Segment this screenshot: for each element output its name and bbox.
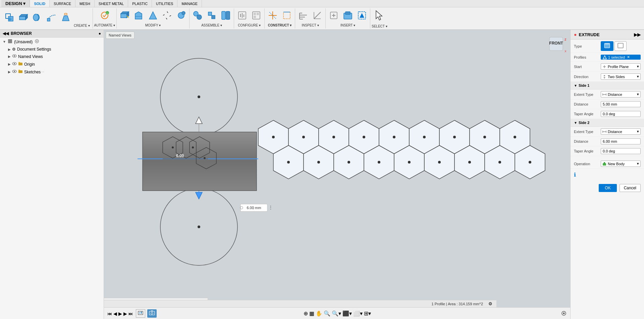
assemble-tool3[interactable] xyxy=(219,10,232,23)
type-surface-btn[interactable] xyxy=(614,41,627,51)
sketches-label: Sketches xyxy=(24,70,41,74)
select-label[interactable]: SELECT ▾ xyxy=(372,24,387,28)
view-orbit-btn[interactable]: ⊕ xyxy=(304,310,308,317)
named-views-panel[interactable]: Named Views xyxy=(106,31,135,39)
modify-tool5[interactable] xyxy=(174,10,188,23)
timeline-btn[interactable] xyxy=(136,309,145,318)
view-display-btn[interactable]: ⬛▾ xyxy=(342,310,352,317)
browser-item-doc-settings[interactable]: ▶ ⚙ Document Settings xyxy=(0,46,104,53)
modify-tool2[interactable] xyxy=(132,10,146,23)
info-icon[interactable]: ℹ xyxy=(574,172,576,178)
play-prev-start[interactable]: ⏮ xyxy=(107,311,112,316)
configure-tool1[interactable] xyxy=(235,10,249,23)
tab-utilities[interactable]: UTILITIES xyxy=(152,0,177,7)
operation-dropdown[interactable]: New Body ▾ xyxy=(601,161,641,167)
info-settings-btn[interactable]: ⚙ xyxy=(488,301,492,306)
modify-label[interactable]: MODIFY ▾ xyxy=(145,23,161,27)
start-dropdown[interactable]: Profile Plane ▾ xyxy=(601,63,641,70)
extrude-tool[interactable] xyxy=(17,12,30,25)
settings-btn[interactable] xyxy=(561,310,567,317)
create-label[interactable]: CREATE ▾ xyxy=(74,24,90,27)
automate-label[interactable]: AUTOMATE ▾ xyxy=(94,23,115,27)
extrude-collapse-icon[interactable]: ▶▶ xyxy=(634,32,641,37)
view-zoom-btn[interactable]: 🔍 xyxy=(324,310,330,317)
inspect-tool1[interactable] xyxy=(297,10,310,23)
direction-dropdown[interactable]: Two Sides ▾ xyxy=(601,73,641,80)
svg-rect-4 xyxy=(19,16,25,20)
browser-collapse-btn[interactable]: ◀◀ xyxy=(3,31,9,36)
sweep-tool[interactable] xyxy=(45,12,58,25)
side1-section-header[interactable]: ▼ Side 1 xyxy=(571,82,644,89)
view-fit-btn[interactable]: ▦ xyxy=(309,310,314,317)
assemble-tool1[interactable] xyxy=(191,10,204,23)
browser-item-named-views[interactable]: ▶ Named Views xyxy=(0,53,104,60)
sketches-folder-icon xyxy=(18,69,23,75)
configure-group: CONFIGURE ▾ xyxy=(234,8,265,28)
side1-distance-input[interactable] xyxy=(601,101,641,107)
construct-tool1[interactable] xyxy=(266,10,279,23)
construct-tool2[interactable] xyxy=(280,10,293,23)
view-grid-btn[interactable]: ⊞▾ xyxy=(364,310,371,317)
ok-button[interactable]: OK xyxy=(599,184,616,192)
extrude-info-row: ℹ xyxy=(571,169,644,181)
tab-solid[interactable]: SOLID xyxy=(30,0,50,7)
side2-section-header[interactable]: ▼ Side 2 xyxy=(571,119,644,127)
insert-tool2[interactable] xyxy=(341,10,355,23)
play-next[interactable]: ▶ xyxy=(123,311,127,316)
unsaved-settings-icon[interactable] xyxy=(35,39,39,45)
side1-taper-input[interactable] xyxy=(601,111,641,117)
profiles-selected-badge[interactable]: 1 selected ✕ xyxy=(601,55,641,60)
side1-extent-value: Distance xyxy=(608,92,622,97)
modify-tool1[interactable] xyxy=(118,10,131,23)
side1-extent-dropdown[interactable]: Distance ▾ xyxy=(601,91,641,98)
assemble-tool2[interactable] xyxy=(205,10,218,23)
play-prev[interactable]: ◀ xyxy=(113,311,117,316)
cancel-button[interactable]: Cancel xyxy=(620,184,641,192)
camera-btn[interactable] xyxy=(147,309,157,318)
browser-item-origin[interactable]: ▶ Origin xyxy=(0,60,104,68)
move-tool[interactable] xyxy=(160,10,174,23)
construct-label[interactable]: CONSTRUCT ▾ xyxy=(268,23,292,27)
profiles-clear-icon[interactable]: ✕ xyxy=(627,55,630,59)
tab-plastic[interactable]: PLASTIC xyxy=(128,0,152,7)
type-solid-btn[interactable] xyxy=(601,41,613,51)
side2-extent-value: Distance xyxy=(608,130,622,134)
revolve-tool[interactable] xyxy=(31,12,44,25)
configure-tool2[interactable] xyxy=(250,10,263,23)
configure-label[interactable]: CONFIGURE ▾ xyxy=(238,23,261,27)
play[interactable]: ▶ xyxy=(118,311,122,316)
select-tool[interactable] xyxy=(372,9,387,24)
browser-item-unsaved[interactable]: ▼ (Unsaved) xyxy=(0,38,104,46)
svg-rect-59 xyxy=(345,12,350,14)
svg-rect-1 xyxy=(8,16,13,21)
inspect-tool2[interactable] xyxy=(311,10,324,23)
play-next-end[interactable]: ⏭ xyxy=(128,311,133,316)
svg-text:FRONT: FRONT xyxy=(549,41,563,46)
view-zoom-dd-btn[interactable]: 🔍▾ xyxy=(332,310,341,317)
insert-tool3[interactable] xyxy=(355,10,369,23)
inspect-label[interactable]: INSPECT ▾ xyxy=(302,23,319,27)
named-views-eye-icon xyxy=(12,54,17,59)
view-environment-btn[interactable]: ⬜▾ xyxy=(353,310,363,317)
tab-surface[interactable]: SURFACE xyxy=(50,0,75,7)
side2-distance-input[interactable] xyxy=(601,138,641,144)
automate-tool1[interactable]: + xyxy=(98,10,111,23)
loft-tool[interactable] xyxy=(59,12,72,25)
assemble-label[interactable]: ASSEMBLE ▾ xyxy=(201,23,222,27)
tab-manage[interactable]: MANAGE xyxy=(177,0,202,7)
direction-chevron-icon: ▾ xyxy=(637,74,639,79)
tab-mesh[interactable]: MESH xyxy=(75,0,95,7)
browser-close-icon[interactable]: ● xyxy=(99,31,101,36)
side2-extent-dropdown[interactable]: Distance ▾ xyxy=(601,128,641,135)
side2-taper-input[interactable] xyxy=(601,148,641,154)
view-pan-btn[interactable]: ✋ xyxy=(316,310,322,317)
insert-tool1[interactable] xyxy=(327,10,340,23)
new-component-tool[interactable] xyxy=(3,12,16,25)
modify-tool3[interactable] xyxy=(146,10,160,23)
tab-sheet-metal[interactable]: SHEET METAL xyxy=(95,0,128,7)
design-button[interactable]: DESIGN ▾ xyxy=(1,0,30,7)
browser-item-sketches[interactable]: ▶ Sketches ··· xyxy=(0,68,104,76)
insert-label[interactable]: INSERT ▾ xyxy=(340,23,355,27)
extrude-title: EXTRUDE xyxy=(579,32,599,37)
doc-settings-icon: ⚙ xyxy=(12,47,16,52)
